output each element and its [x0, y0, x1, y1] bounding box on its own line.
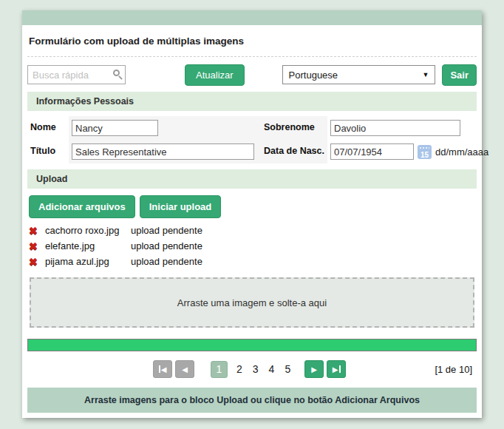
language-selected-value: Portuguese — [289, 70, 338, 81]
page-4-link[interactable]: 4 — [265, 363, 279, 375]
file-name: elefante.jpg — [45, 240, 131, 251]
file-name: cachorro roxo.jpg — [45, 225, 131, 236]
logout-button[interactable]: Sair — [442, 64, 477, 86]
upload-buttons: Adicionar arquivos Iniciar upload — [29, 195, 477, 218]
toolbar: Atualizar Portuguese ▼ Sair — [27, 64, 477, 85]
sobrenome-label: Sobrenome — [261, 116, 327, 140]
last-page-button[interactable]: ▶ — [327, 360, 346, 378]
section-header-upload: Upload — [27, 169, 477, 189]
file-name: pijama azul.jpg — [45, 256, 131, 267]
nome-label: Nome — [27, 116, 69, 140]
language-select[interactable]: Portuguese ▼ — [282, 65, 436, 84]
nome-field-cell — [69, 116, 261, 140]
upload-file-list: ✖ cachorro roxo.jpg upload pendente ✖ el… — [29, 223, 477, 269]
file-row: ✖ elefante.jpg upload pendente — [29, 238, 477, 254]
file-status: upload pendente — [131, 256, 477, 267]
sobrenome-field-cell — [327, 116, 491, 140]
next-page-button[interactable]: ▶ — [304, 360, 324, 378]
page-5-link[interactable]: 5 — [281, 363, 294, 375]
page-1-current[interactable]: 1 — [211, 361, 228, 378]
window-header-band — [22, 10, 482, 25]
file-status: upload pendente — [131, 225, 477, 236]
remove-file-icon[interactable]: ✖ — [29, 241, 45, 251]
date-format-hint: dd/mm/aaaa — [435, 146, 488, 158]
search-input[interactable] — [27, 65, 126, 84]
page-2-link[interactable]: 2 — [233, 363, 246, 375]
personal-info-form: Nome Sobrenome Título Data de Nasc. 15 d… — [27, 116, 477, 163]
titulo-label: Título — [27, 140, 69, 163]
remove-file-icon[interactable]: ✖ — [29, 257, 45, 267]
search-box — [27, 65, 126, 84]
file-status: upload pendente — [131, 240, 477, 251]
first-page-button[interactable]: ◀ — [153, 360, 172, 378]
file-row: ✖ pijama azul.jpg upload pendente — [29, 254, 477, 269]
add-files-button[interactable]: Adicionar arquivos — [29, 195, 135, 218]
chevron-down-icon: ▼ — [423, 71, 429, 78]
progress-fill — [28, 340, 476, 351]
data-nasc-label: Data de Nasc. — [261, 140, 327, 163]
page-3-link[interactable]: 3 — [249, 363, 262, 375]
form-window: Formulário com upload de múltiplas image… — [22, 10, 482, 418]
footer-hint: Arraste imagens para o bloco Upload ou c… — [27, 388, 477, 413]
page-title: Formulário com upload de múltiplas image… — [27, 25, 477, 57]
pagination: ◀ ◀ 1 2 3 4 5 ▶ ▶ [1 de 10] — [27, 359, 477, 379]
calendar-icon[interactable]: 15 — [418, 145, 432, 159]
data-nasc-field-cell: 15 dd/mm/aaaa — [327, 140, 491, 163]
remove-file-icon[interactable]: ✖ — [29, 226, 45, 236]
start-upload-button[interactable]: Iniciar upload — [140, 195, 222, 218]
section-header-personal-info: Informações Pessoais — [27, 92, 477, 111]
titulo-field-cell — [69, 140, 261, 163]
titulo-input[interactable] — [72, 143, 254, 160]
dropzone-text: Arraste uma imagem e solte-a aqui — [177, 297, 327, 308]
data-nasc-input[interactable] — [330, 143, 414, 160]
search-icon[interactable] — [113, 70, 120, 76]
dropzone[interactable]: Arraste uma imagem e solte-a aqui — [30, 277, 474, 328]
sobrenome-input[interactable] — [330, 120, 460, 136]
progress-bar — [27, 339, 477, 351]
refresh-button[interactable]: Atualizar — [185, 64, 245, 86]
previous-page-button[interactable]: ◀ — [175, 360, 194, 378]
file-row: ✖ cachorro roxo.jpg upload pendente — [29, 223, 477, 238]
page-range-label: [1 de 10] — [435, 364, 472, 375]
nome-input[interactable] — [72, 120, 158, 136]
